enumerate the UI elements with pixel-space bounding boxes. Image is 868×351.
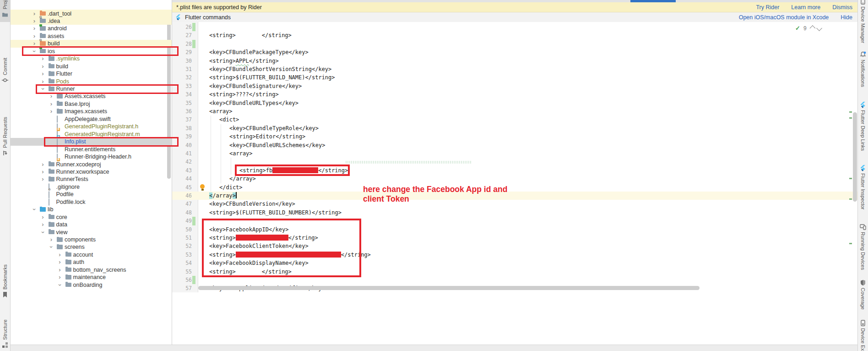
file-icon <box>57 146 63 152</box>
chevron-right-icon[interactable]: › <box>41 222 45 227</box>
open-xcode-link[interactable]: Open iOS/macOS module in Xcode <box>739 14 829 21</box>
tool-window-button-project[interactable]: Project <box>0 0 10 17</box>
intention-bulb-icon[interactable] <box>200 184 205 191</box>
prev-problem-icon[interactable] <box>809 25 815 31</box>
tree-item-auth[interactable]: ›auth <box>10 258 172 266</box>
chevron-right-icon[interactable]: › <box>58 252 62 257</box>
tree-item-runner[interactable]: ›Runner <box>10 85 172 93</box>
chevron-right-icon[interactable]: › <box>58 275 62 280</box>
tool-window-button-flutter-inspector[interactable]: Flutter Inspector <box>858 165 868 209</box>
tree-item-account[interactable]: ›account <box>10 251 172 258</box>
tool-window-button-pull-requests[interactable]: Pull Requests <box>0 117 10 156</box>
chevron-down-icon[interactable]: › <box>32 49 37 54</box>
tree-item-podfile[interactable]: Podfile <box>10 191 172 198</box>
vertical-scrollbar[interactable] <box>853 112 857 202</box>
tool-window-button-bookmarks[interactable]: Bookmarks <box>0 264 10 298</box>
chevron-down-icon[interactable]: › <box>41 87 45 91</box>
chevron-right-icon[interactable]: › <box>49 237 54 242</box>
chevron-right-icon[interactable]: › <box>41 79 45 84</box>
flutter-icon <box>860 165 866 171</box>
learn-more-link[interactable]: Learn more <box>791 4 820 11</box>
chevron-right-icon[interactable]: › <box>49 94 54 99</box>
tree-item-ios[interactable]: ›ios <box>10 47 172 55</box>
tree-item-base-lproj[interactable]: ›Base.lproj <box>10 100 172 108</box>
chevron-down-icon[interactable]: › <box>41 230 45 235</box>
tool-window-button-device-explorer[interactable]: Device Explorer <box>858 320 868 351</box>
chevron-right-icon[interactable]: › <box>41 64 45 69</box>
code-editor[interactable]: 2627<string></string>2829<key>CFBundlePa… <box>172 22 858 351</box>
tree-item-runner-entitlements[interactable]: Runner.entitlements <box>10 145 172 153</box>
tree-item-screens[interactable]: ›screens <box>10 243 172 251</box>
tree-item-core[interactable]: ›core <box>10 213 172 221</box>
code-line-39: 39<string>Editor</string> <box>172 132 858 141</box>
tree-item--gitignore[interactable]: ⊘.gitignore <box>10 183 172 191</box>
tree-item-onboarding[interactable]: ›onBoarding <box>10 281 172 289</box>
chevron-right-icon[interactable]: › <box>32 26 37 31</box>
tool-window-button-running-devices[interactable]: Running Devices <box>858 224 868 270</box>
code-text: <string></string> <box>209 234 318 242</box>
tool-window-button-notifications[interactable]: Notifications <box>858 51 868 87</box>
tree-item-lib[interactable]: ›lib <box>10 206 172 214</box>
line-number: 49 <box>172 217 192 225</box>
chevron-right-icon[interactable]: › <box>58 268 62 272</box>
tree-item-pods[interactable]: ›Pods <box>10 77 172 85</box>
tree-item-assets[interactable]: ›assets <box>10 32 172 40</box>
tree-item-maintenance[interactable]: ›maintenance <box>10 274 172 281</box>
tree-item-generatedpluginregistrant-h[interactable]: HGeneratedPluginRegistrant.h <box>10 123 172 131</box>
shield-icon <box>860 280 866 286</box>
tree-item-build[interactable]: ›⚙build <box>10 40 172 48</box>
tree-item-images-xcassets[interactable]: ›Images.xcassets <box>10 108 172 115</box>
tool-window-button-structure[interactable]: Structure <box>0 319 10 348</box>
tree-item--dart-tool[interactable]: ›.dart_tool <box>10 10 172 17</box>
chevron-right-icon[interactable]: › <box>32 41 37 46</box>
next-problem-icon[interactable] <box>816 25 822 31</box>
horizontal-scrollbar[interactable] <box>198 286 700 290</box>
tree-item-runner-bridging-header-h[interactable]: HRunner-Bridging-Header.h <box>10 153 172 161</box>
tree-item-podfile-lock[interactable]: Podfile.lock <box>10 198 172 206</box>
tool-window-button-commit[interactable]: Commit <box>0 58 10 83</box>
tree-item--symlinks[interactable]: ›.symlinks <box>10 55 172 63</box>
project-tree-panel: ›.dart_tool›⚙.idea›android›assets›⚙build… <box>10 0 172 351</box>
tree-item-assets-xcassets[interactable]: ›Assets.xcassets <box>10 93 172 100</box>
tree-item-appdelegate-swift[interactable]: AppDelegate.swift <box>10 115 172 123</box>
tree-item-generatedpluginregistrant-m[interactable]: mGeneratedPluginRegistrant.m <box>10 130 172 138</box>
chevron-right-icon[interactable]: › <box>41 170 45 174</box>
tree-item-runner-xcworkspace[interactable]: ›Runner.xcworkspace <box>10 168 172 176</box>
tree-item-runnertests[interactable]: ›RunnerTests <box>10 176 172 183</box>
tree-item-runner-xcodeproj[interactable]: ›Runner.xcodeproj <box>10 160 172 168</box>
inspections-widget[interactable]: ✓ 9 <box>795 25 821 32</box>
folder-icon <box>57 237 63 243</box>
chevron-right-icon[interactable]: › <box>41 215 45 219</box>
chevron-right-icon[interactable]: › <box>41 71 45 76</box>
chevron-right-icon[interactable]: › <box>32 19 37 23</box>
tree-item--idea[interactable]: ›⚙.idea <box>10 17 172 25</box>
chevron-right-icon[interactable]: › <box>58 260 62 264</box>
tool-window-button-coverage[interactable]: Coverage <box>858 280 868 310</box>
tree-item-data[interactable]: ›data <box>10 221 172 229</box>
chevron-right-icon[interactable]: › <box>49 102 54 106</box>
tree-item-bottom-nav-screens[interactable]: ›bottom_nav_screens <box>10 266 172 274</box>
tree-item-build[interactable]: ›build <box>10 62 172 70</box>
chevron-down-icon[interactable]: › <box>32 207 37 212</box>
tree-item-label: android <box>48 25 67 32</box>
chevron-right-icon[interactable]: › <box>49 109 54 114</box>
chevron-right-icon[interactable]: › <box>41 162 45 167</box>
hide-link[interactable]: Hide <box>841 14 852 21</box>
folder-icon <box>65 252 72 258</box>
tree-item-flutter[interactable]: ›Flutter <box>10 70 172 78</box>
chevron-down-icon[interactable]: › <box>58 283 62 287</box>
tree-item-android[interactable]: ›android <box>10 25 172 33</box>
chevron-right-icon[interactable]: › <box>41 56 45 61</box>
tool-window-button-flutter-deep-links[interactable]: Flutter Deep Links <box>858 102 868 151</box>
try-rider-link[interactable]: Try Rider <box>756 4 779 11</box>
chevron-right-icon[interactable]: › <box>32 11 37 16</box>
tree-item-components[interactable]: ›components <box>10 236 172 244</box>
folder-icon <box>49 161 55 167</box>
chevron-right-icon[interactable]: › <box>41 177 45 181</box>
tree-item-view[interactable]: ›view <box>10 228 172 236</box>
chevron-down-icon[interactable]: › <box>49 245 54 249</box>
tree-item-info-plist[interactable]: Info.plist <box>10 138 172 146</box>
dismiss-link[interactable]: Dismiss <box>832 4 852 11</box>
tool-window-button-device-manager[interactable]: Device Manager <box>858 0 868 43</box>
chevron-right-icon[interactable]: › <box>32 34 37 38</box>
